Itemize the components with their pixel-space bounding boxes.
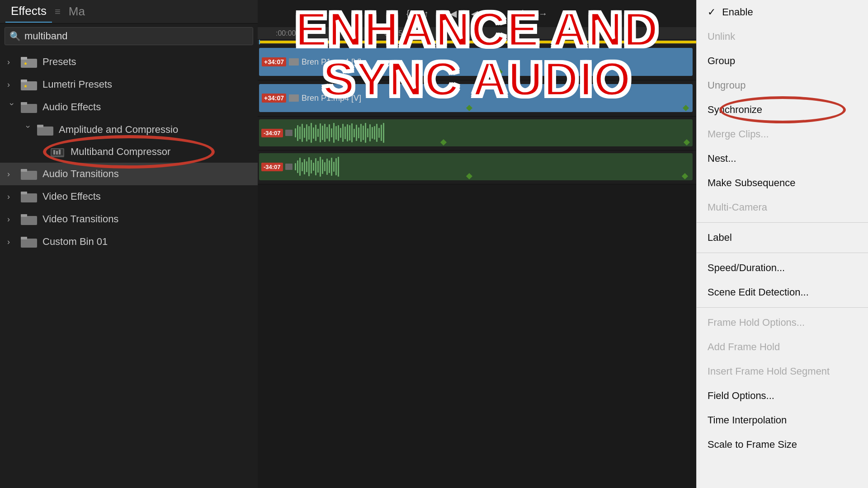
svg-rect-13 (53, 150, 55, 155)
menu-item-enable[interactable]: ✓ Enable (697, 0, 868, 24)
search-bar[interactable]: 🔍 (5, 27, 253, 45)
menu-item-synchronize[interactable]: Synchronize (697, 98, 868, 122)
menu-divider-2 (697, 253, 868, 253)
video-track-2: +34:07 Bren P1.mp4 [V] (258, 80, 696, 117)
clip-badge-2: +34:07 (262, 94, 286, 103)
video-clip-2: +34:07 Bren P1.mp4 [V] (259, 84, 693, 112)
timeline-panel: ENHANCE ANDSYNC AUDIO { ↑ ◀◀ ◀ ▶ ▶| → :0… (258, 0, 696, 488)
keyframe-diamond (496, 69, 503, 75)
menu-item-ungroup[interactable]: Ungroup (697, 73, 868, 98)
tab-markers[interactable]: Ma (63, 1, 90, 22)
audio-track-2: -34:07 (258, 150, 696, 184)
folder-icon: ★ (21, 78, 37, 91)
svg-rect-18 (21, 193, 37, 202)
chevron-icon: › (7, 57, 16, 67)
menu-item-make-subsequence[interactable]: Make Subsequence (697, 171, 868, 195)
svg-rect-16 (21, 171, 37, 180)
timeline-ruler: :00:00 00:15:00:00 (258, 27, 696, 40)
category-video-transitions[interactable]: › Video Transitions (0, 208, 258, 230)
goto-end-button[interactable]: → (535, 7, 551, 21)
chevron-down-icon: › (7, 103, 17, 112)
chevron-icon: › (7, 80, 16, 89)
category-audio-effects[interactable]: › Audio Effects (0, 96, 258, 118)
chevron-icon: › (7, 192, 16, 202)
svg-rect-7 (21, 104, 37, 113)
tab-menu-icon[interactable]: ≡ (55, 6, 61, 18)
menu-item-nest[interactable]: Nest... (697, 146, 868, 171)
audio-badge-2: -34:07 (261, 163, 283, 171)
category-video-transitions-label: Video Transitions (42, 213, 118, 225)
svg-rect-23 (21, 237, 27, 239)
clip-name-1: Bren P1.mp4 [V] (302, 57, 361, 67)
menu-item-scale-to-frame[interactable]: Scale to Frame Size (697, 432, 868, 457)
audio-track-1: -34:07 (258, 117, 696, 150)
step-back-button[interactable]: ◀◀ (439, 6, 460, 21)
tab-effects[interactable]: Effects (5, 0, 52, 23)
context-menu-panel: ✓ Enable Unlink Group Ungroup Synchroniz… (696, 0, 868, 488)
menu-item-group[interactable]: Group (697, 49, 868, 73)
svg-text:★: ★ (24, 61, 28, 66)
chevron-icon: › (7, 169, 16, 179)
chevron-icon: › (7, 237, 16, 247)
audio-fx-icon (285, 130, 292, 136)
search-input[interactable] (24, 30, 248, 42)
prev-edit-button[interactable]: ↑ (420, 7, 432, 21)
category-presets-label: Presets (42, 56, 76, 68)
video-clip-1: +34:07 Bren P1.mp4 [V] (259, 48, 693, 76)
category-lumetri[interactable]: › ★ Lumetri Presets (0, 73, 258, 96)
effects-list: › ★ Presets › ★ Lumetri Presets › Audio … (0, 49, 258, 488)
svg-rect-22 (21, 239, 37, 248)
timecode-start: :00:00 (276, 29, 296, 38)
menu-item-field-options[interactable]: Field Options... (697, 384, 868, 408)
category-amplitude[interactable]: › Amplitude and Compressio (0, 118, 258, 141)
menu-item-multi-camera: Multi-Camera (697, 195, 868, 220)
play-reverse-button[interactable]: ◀ (467, 6, 481, 21)
chevron-down-icon: › (24, 125, 33, 134)
menu-item-frame-hold-options: Frame Hold Options... (697, 310, 868, 335)
multiband-compressor-item[interactable]: › Multiband Compressor (0, 141, 258, 163)
audio-badge-1: -34:07 (261, 129, 283, 137)
menu-item-scene-edit[interactable]: Scene Edit Detection... (697, 280, 868, 305)
clip-icon-1 (289, 58, 299, 66)
menu-item-speed-duration[interactable]: Speed/Duration... (697, 256, 868, 280)
svg-rect-21 (21, 214, 27, 217)
keyframe-diamond (466, 105, 472, 111)
effects-panel: Effects ≡ Ma 🔍 › ★ Presets › ★ Lumetri P… (0, 0, 258, 488)
category-audio-transitions[interactable]: › Audio Transitions (0, 163, 258, 185)
svg-rect-19 (21, 192, 27, 194)
playhead-line (259, 40, 260, 44)
svg-text:★: ★ (24, 84, 28, 89)
svg-rect-9 (37, 127, 53, 136)
folder-icon (21, 167, 37, 181)
category-video-effects[interactable]: › Video Effects (0, 185, 258, 208)
menu-item-label[interactable]: Label (697, 225, 868, 250)
menu-item-add-frame-hold: Add Frame Hold (697, 335, 868, 359)
folder-icon (21, 212, 37, 226)
synchronize-label: Synchronize (708, 104, 762, 115)
step-forward-button[interactable]: ▶| (511, 6, 528, 21)
menu-item-time-interpolation[interactable]: Time Interpolation (697, 408, 868, 432)
category-custom-bin[interactable]: › Custom Bin 01 (0, 230, 258, 253)
search-icon: 🔍 (9, 31, 21, 42)
video-track-1: +34:07 Bren P1.mp4 [V] (258, 44, 696, 80)
menu-divider-1 (697, 222, 868, 223)
clip-name-2: Bren P1.mp4 [V] (302, 94, 361, 103)
audio-fx-icon-2 (285, 164, 292, 170)
menu-item-insert-frame-hold: Insert Frame Hold Segment (697, 359, 868, 384)
svg-rect-8 (21, 102, 27, 105)
timecode-mid: 00:15:00:00 (384, 29, 423, 38)
folder-icon (21, 100, 37, 114)
goto-start-button[interactable]: { (403, 7, 413, 21)
category-presets[interactable]: › ★ Presets (0, 51, 258, 73)
effect-icon (50, 145, 65, 158)
category-audio-effects-label: Audio Effects (42, 101, 101, 113)
menu-item-merge-clips: Merge Clips... (697, 122, 868, 146)
keyframe-diamond (432, 69, 438, 75)
svg-rect-5 (21, 80, 27, 82)
play-button[interactable]: ▶ (489, 5, 504, 22)
folder-icon: ★ (21, 55, 37, 69)
timeline-controls: { ↑ ◀◀ ◀ ▶ ▶| → (258, 0, 696, 27)
folder-icon (21, 235, 37, 249)
menu-divider-3 (697, 307, 868, 308)
panel-tabs: Effects ≡ Ma (0, 0, 258, 23)
